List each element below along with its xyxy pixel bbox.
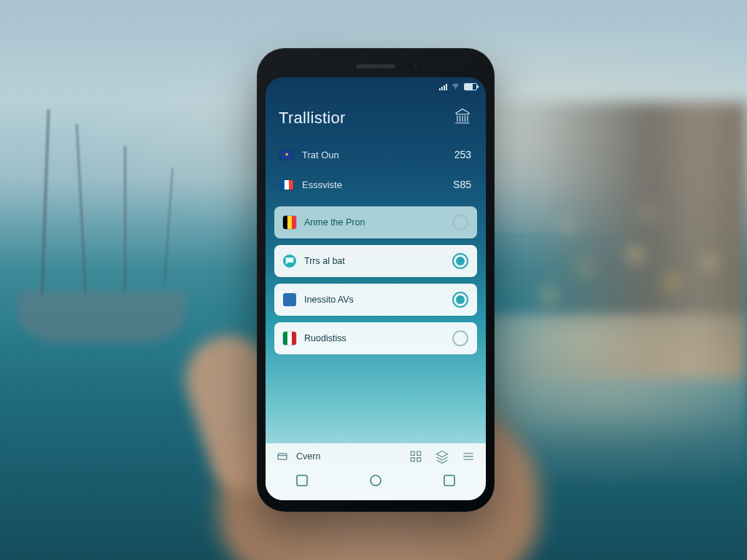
- battery-icon: [464, 83, 477, 90]
- phone-screen: Trallistior Trat Oun 253 Esssviste S85: [266, 77, 486, 500]
- header-landmark-icon[interactable]: [452, 106, 473, 130]
- summary-row-value: 253: [454, 149, 471, 160]
- svg-rect-3: [417, 451, 421, 455]
- layers-icon[interactable]: [435, 449, 449, 464]
- svg-point-0: [455, 88, 456, 88]
- wifi-icon: [452, 82, 460, 92]
- option-row[interactable]: Anme the Pron: [274, 206, 477, 238]
- svg-rect-5: [417, 458, 421, 462]
- app-icon: [283, 293, 296, 306]
- bottom-bar: Cvern: [266, 443, 486, 500]
- card-icon: [276, 450, 289, 463]
- radio-icon[interactable]: [452, 330, 468, 346]
- grid-icon[interactable]: [409, 449, 423, 464]
- summary-row-label: Trat Oun: [302, 149, 339, 160]
- radio-icon[interactable]: [452, 292, 468, 308]
- option-list: Anme the Pron Trrs al bat Inessito AVs: [266, 199, 486, 359]
- summary-row-label: Esssviste: [302, 179, 342, 190]
- svg-rect-8: [444, 475, 454, 486]
- radio-icon[interactable]: [452, 214, 468, 230]
- chat-icon: [283, 254, 296, 268]
- option-label: Ruodistiss: [304, 333, 347, 343]
- option-row[interactable]: Ruodistiss: [274, 322, 477, 354]
- sailboat-mast: [124, 146, 126, 292]
- summary-section: Trat Oun 253 Esssviste S85: [266, 140, 486, 199]
- app-header: Trallistior: [266, 95, 486, 140]
- smartphone-frame: Trallistior Trat Oun 253 Esssviste S85: [257, 48, 495, 512]
- option-row[interactable]: Inessito AVs: [274, 284, 477, 316]
- svg-rect-4: [411, 458, 414, 462]
- bottom-label: Cvern: [296, 451, 320, 462]
- app-title: Trallistior: [279, 109, 346, 128]
- nav-home-icon[interactable]: [367, 472, 384, 489]
- summary-row[interactable]: Esssviste S85: [276, 169, 476, 199]
- flag-icon: [283, 216, 296, 229]
- option-row[interactable]: Trrs al bat: [274, 245, 477, 277]
- radio-icon[interactable]: [452, 253, 468, 269]
- bottom-actions: [409, 449, 476, 464]
- svg-rect-6: [297, 475, 307, 486]
- status-bar: [266, 77, 486, 95]
- summary-row-value: S85: [453, 179, 471, 190]
- nav-recent-icon[interactable]: [441, 472, 458, 489]
- signal-icon: [439, 84, 447, 90]
- summary-row[interactable]: Trat Oun 253: [276, 140, 476, 169]
- svg-point-7: [371, 475, 381, 486]
- status-right: [439, 82, 477, 92]
- option-label: Anme the Pron: [304, 217, 365, 228]
- menu-icon[interactable]: [461, 449, 476, 464]
- svg-rect-1: [278, 454, 287, 459]
- svg-rect-2: [411, 451, 414, 455]
- option-label: Trrs al bat: [304, 256, 345, 266]
- nav-back-icon[interactable]: [293, 472, 311, 489]
- flag-icon: [283, 332, 296, 345]
- flag-icon: [280, 180, 293, 190]
- flag-icon: [280, 150, 293, 160]
- option-label: Inessito AVs: [304, 295, 354, 305]
- system-nav: [266, 464, 486, 500]
